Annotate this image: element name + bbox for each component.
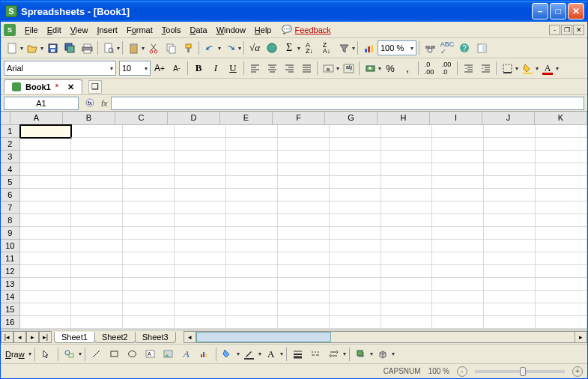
wrap-text-button[interactable]: ab (340, 60, 357, 76)
cell-J14[interactable] (484, 291, 536, 303)
cell-D1[interactable] (175, 125, 226, 138)
cell-G10[interactable] (330, 240, 381, 252)
percent-button[interactable]: % (382, 60, 398, 76)
cell-H6[interactable] (381, 189, 433, 201)
zoom-combo[interactable]: 100 %▾ (378, 40, 416, 55)
cell-D11[interactable] (175, 252, 226, 265)
cell-C9[interactable] (123, 227, 175, 240)
cell-E4[interactable] (226, 163, 278, 176)
formula-button[interactable]: √α (246, 40, 263, 56)
cell-B3[interactable] (71, 151, 123, 163)
cell-G3[interactable] (330, 151, 381, 163)
column-header-C[interactable]: C (115, 112, 168, 125)
cell-F10[interactable] (278, 240, 330, 252)
row-header-10[interactable]: 10 (1, 240, 20, 252)
paste-button[interactable] (125, 40, 142, 56)
cell-C8[interactable] (123, 214, 175, 227)
cell-F8[interactable] (278, 214, 330, 227)
cell-F16[interactable] (278, 316, 330, 329)
column-header-G[interactable]: G (325, 112, 378, 125)
cell-J12[interactable] (484, 265, 536, 278)
cell-D3[interactable] (175, 151, 226, 163)
cell-F15[interactable] (278, 303, 330, 316)
cell-K11[interactable] (536, 252, 587, 265)
row-header-1[interactable]: 1 (1, 125, 20, 138)
merge-cells-button[interactable]: a (320, 60, 336, 76)
cell-A16[interactable] (20, 316, 72, 329)
print-button[interactable] (79, 40, 95, 56)
menu-data[interactable]: Data (185, 24, 211, 36)
cell-B12[interactable] (71, 265, 123, 278)
cell-I16[interactable] (432, 316, 484, 329)
cell-K7[interactable] (536, 201, 587, 214)
mdi-close-button[interactable]: ✕ (573, 25, 584, 35)
row-header-14[interactable]: 14 (1, 291, 20, 303)
cell-A11[interactable] (20, 252, 72, 265)
cell-G7[interactable] (330, 201, 381, 214)
cell-A1[interactable] (20, 125, 72, 138)
cell-C1[interactable] (123, 125, 175, 138)
menu-insert[interactable]: Insert (92, 24, 122, 36)
column-header-H[interactable]: H (378, 112, 430, 125)
cell-H3[interactable] (381, 151, 433, 163)
cell-C10[interactable] (123, 240, 175, 252)
menu-tools[interactable]: Tools (157, 24, 186, 36)
cell-D2[interactable] (175, 138, 226, 151)
cell-F6[interactable] (278, 189, 330, 201)
copy-button[interactable] (163, 40, 179, 56)
cell-C14[interactable] (123, 291, 175, 303)
cell-B1[interactable] (71, 125, 123, 138)
cell-C3[interactable] (123, 151, 175, 163)
menu-file[interactable]: File (20, 24, 43, 36)
cell-K16[interactable] (536, 316, 587, 329)
cell-B9[interactable] (71, 227, 123, 240)
select-all-corner[interactable] (1, 112, 10, 125)
menu-view[interactable]: View (66, 24, 93, 36)
align-justify-button[interactable] (298, 60, 315, 76)
font-color-draw-button[interactable]: A (263, 346, 279, 363)
sort-asc-button[interactable]: AZ↓ (301, 40, 318, 56)
cell-G14[interactable] (330, 291, 381, 303)
column-header-A[interactable]: A (10, 112, 63, 125)
print-preview-button[interactable] (100, 40, 117, 56)
cell-B16[interactable] (71, 316, 123, 329)
cell-D12[interactable] (175, 265, 226, 278)
cell-I11[interactable] (432, 252, 484, 265)
cell-A2[interactable] (20, 138, 72, 151)
cell-K2[interactable] (536, 138, 587, 151)
cell-I13[interactable] (432, 278, 484, 291)
cell-D4[interactable] (175, 163, 226, 176)
cell-G13[interactable] (330, 278, 381, 291)
cell-D14[interactable] (175, 291, 226, 303)
cell-B11[interactable] (71, 252, 123, 265)
cell-H8[interactable] (381, 214, 433, 227)
cell-A12[interactable] (20, 265, 72, 278)
cell-J3[interactable] (484, 151, 536, 163)
underline-button[interactable]: U (225, 60, 241, 76)
cell-F2[interactable] (278, 138, 330, 151)
cell-C2[interactable] (123, 138, 175, 151)
menu-window[interactable]: Window (212, 24, 250, 36)
cell-E9[interactable] (226, 227, 278, 240)
zoom-slider[interactable] (475, 370, 565, 373)
decrease-decimal-button[interactable]: .00.0 (438, 60, 455, 76)
insert-picture-button[interactable] (160, 346, 177, 363)
font-color-button[interactable]: A (539, 60, 556, 76)
cell-E10[interactable] (226, 240, 278, 252)
cell-F5[interactable] (278, 176, 330, 189)
titlebar[interactable]: S Spreadsheets - [Book1] – □ ✕ (1, 1, 587, 22)
cell-G5[interactable] (330, 176, 381, 189)
fill-color-draw-button[interactable] (219, 346, 236, 363)
cell-C6[interactable] (123, 189, 175, 201)
open-dropdown[interactable]: ▾ (40, 45, 43, 52)
cell-I2[interactable] (432, 138, 484, 151)
column-header-K[interactable]: K (535, 112, 587, 125)
cell-H16[interactable] (381, 316, 433, 329)
dash-style-button[interactable] (308, 346, 324, 363)
filter-dropdown[interactable]: ▾ (352, 45, 355, 52)
cell-J13[interactable] (484, 278, 536, 291)
column-header-E[interactable]: E (220, 112, 273, 125)
cell-H12[interactable] (381, 265, 433, 278)
cell-I14[interactable] (432, 291, 484, 303)
cell-D7[interactable] (175, 201, 226, 214)
